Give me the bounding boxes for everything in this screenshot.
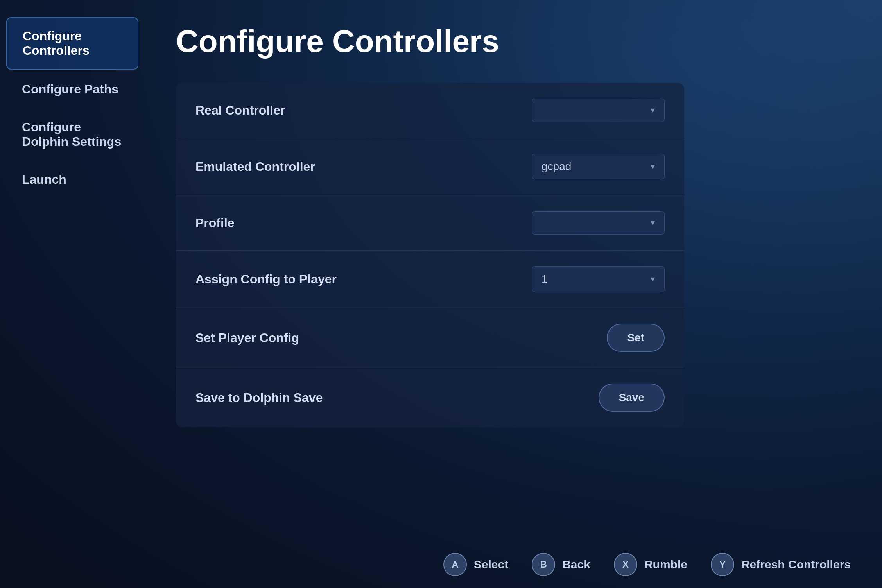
setting-label-save-to-dolphin: Save to Dolphin Save	[195, 391, 599, 405]
chevron-down-icon: ▾	[651, 161, 655, 172]
action-button-set-player-config[interactable]: Set	[607, 324, 665, 352]
dropdown-emulated-controller[interactable]: gcpad▾	[532, 154, 665, 179]
setting-row-profile: Profile▾	[176, 195, 684, 251]
bottom-action-label-refresh-controllers: Refresh Controllers	[741, 558, 851, 571]
page-title: Configure Controllers	[176, 23, 851, 59]
dropdown-value-assign-config-to-player: 1	[541, 273, 548, 285]
setting-row-assign-config-to-player: Assign Config to Player1▾	[176, 251, 684, 308]
setting-control-assign-config-to-player: 1▾	[532, 266, 665, 292]
controller-button-a: A	[443, 553, 467, 576]
dropdown-value-emulated-controller: gcpad	[541, 160, 571, 173]
setting-label-assign-config-to-player: Assign Config to Player	[195, 272, 532, 287]
dropdown-assign-config-to-player[interactable]: 1▾	[532, 266, 665, 292]
bottom-action-label-select: Select	[474, 558, 508, 571]
setting-label-real-controller: Real Controller	[195, 103, 532, 118]
chevron-down-icon: ▾	[651, 274, 655, 284]
action-button-save-to-dolphin[interactable]: Save	[599, 384, 665, 412]
setting-control-set-player-config: Set	[607, 324, 665, 352]
setting-row-real-controller: Real Controller▾	[176, 83, 684, 138]
bottom-action-refresh-controllers[interactable]: YRefresh Controllers	[711, 553, 851, 576]
chevron-down-icon: ▾	[651, 105, 655, 115]
bottom-action-rumble[interactable]: XRumble	[614, 553, 687, 576]
setting-row-save-to-dolphin: Save to Dolphin SaveSave	[176, 368, 684, 427]
app-layout: Configure ControllersConfigure PathsConf…	[0, 0, 882, 588]
bottom-action-label-rumble: Rumble	[644, 558, 687, 571]
sidebar-item-launch[interactable]: Launch	[6, 161, 138, 198]
setting-row-set-player-config: Set Player ConfigSet	[176, 308, 684, 368]
setting-control-real-controller: ▾	[532, 99, 665, 122]
settings-panel: Real Controller▾Emulated Controllergcpad…	[176, 83, 684, 427]
sidebar-item-configure-dolphin-settings[interactable]: Configure Dolphin Settings	[6, 109, 138, 160]
setting-label-set-player-config: Set Player Config	[195, 331, 607, 345]
controller-button-x: X	[614, 553, 637, 576]
chevron-down-icon: ▾	[651, 218, 655, 228]
setting-control-save-to-dolphin: Save	[599, 384, 665, 412]
setting-label-emulated-controller: Emulated Controller	[195, 160, 532, 174]
setting-control-emulated-controller: gcpad▾	[532, 154, 665, 179]
setting-label-profile: Profile	[195, 216, 532, 230]
bottom-action-back[interactable]: BBack	[532, 553, 590, 576]
sidebar-item-configure-paths[interactable]: Configure Paths	[6, 71, 138, 108]
controller-button-y: Y	[711, 553, 734, 576]
sidebar-item-configure-controllers[interactable]: Configure Controllers	[6, 17, 138, 70]
controller-button-b: B	[532, 553, 555, 576]
setting-row-emulated-controller: Emulated Controllergcpad▾	[176, 138, 684, 195]
dropdown-profile[interactable]: ▾	[532, 211, 665, 235]
bottom-action-select[interactable]: ASelect	[443, 553, 508, 576]
dropdown-real-controller[interactable]: ▾	[532, 99, 665, 122]
sidebar: Configure ControllersConfigure PathsConf…	[0, 0, 145, 588]
bottom-action-label-back: Back	[562, 558, 590, 571]
setting-control-profile: ▾	[532, 211, 665, 235]
main-content: Configure Controllers Real Controller▾Em…	[145, 0, 882, 588]
bottom-bar: ASelectBBackXRumbleYRefresh Controllers	[0, 541, 882, 588]
